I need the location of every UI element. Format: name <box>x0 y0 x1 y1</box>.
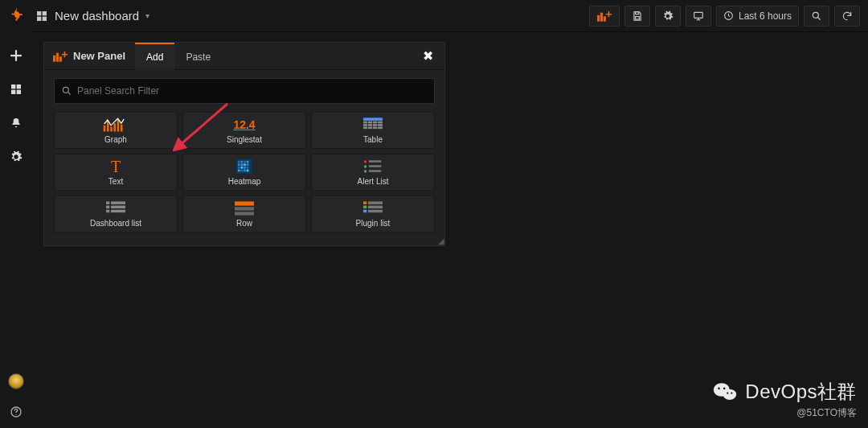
svg-line-31 <box>68 93 71 95</box>
timerange-label: Last 6 hours <box>739 10 792 22</box>
gear-icon[interactable] <box>9 150 23 164</box>
panel-alertlist[interactable]: Alert List <box>311 154 435 191</box>
add-panel-header: New Panel Add Paste ✖ <box>44 43 444 70</box>
svg-rect-17 <box>636 11 639 14</box>
svg-rect-81 <box>235 207 254 210</box>
svg-rect-76 <box>106 206 109 208</box>
plus-icon[interactable] <box>9 48 23 63</box>
svg-rect-86 <box>368 206 383 208</box>
save-icon <box>632 10 643 22</box>
panel-text-label: Text <box>108 177 123 186</box>
panel-search-input[interactable] <box>77 85 428 97</box>
svg-point-68 <box>364 160 366 163</box>
svg-rect-35 <box>113 123 116 131</box>
svg-rect-33 <box>107 121 109 132</box>
caret-down-icon: ▾ <box>145 11 149 20</box>
cycle-view-button[interactable] <box>686 6 711 27</box>
refresh-icon <box>841 10 853 22</box>
svg-rect-58 <box>244 163 246 166</box>
svg-rect-57 <box>241 163 244 166</box>
svg-rect-85 <box>363 206 366 208</box>
svg-rect-27 <box>59 56 61 60</box>
panel-row[interactable]: Row <box>182 195 306 233</box>
topbar: New dashboard ▾ <box>32 0 868 32</box>
panel-table[interactable]: Table <box>311 112 435 149</box>
svg-rect-43 <box>363 124 367 126</box>
svg-rect-8 <box>37 11 41 15</box>
save-button[interactable] <box>624 6 650 27</box>
svg-rect-82 <box>235 212 254 215</box>
search-icon <box>61 85 72 97</box>
svg-line-24 <box>818 17 821 19</box>
svg-rect-25 <box>53 56 55 61</box>
svg-rect-10 <box>37 16 41 20</box>
svg-rect-48 <box>368 127 372 130</box>
panel-singlestat[interactable]: 12.4 Singlestat <box>182 112 306 149</box>
svg-rect-88 <box>368 210 383 212</box>
svg-rect-26 <box>56 53 58 61</box>
add-panel-box: New Panel Add Paste ✖ <box>43 42 445 246</box>
svg-rect-65 <box>241 170 244 172</box>
svg-rect-5 <box>17 90 21 94</box>
panel-text[interactable]: T Text <box>54 154 178 191</box>
watermark-subtitle: @51CTO博客 <box>796 406 857 420</box>
panel-pluginlist-label: Plugin list <box>356 219 391 228</box>
dashboards-icon[interactable] <box>9 82 23 97</box>
dashboard-title-dropdown[interactable]: New dashboard ▾ <box>35 9 149 23</box>
panel-graph[interactable]: Graph <box>54 112 178 149</box>
tab-paste[interactable]: Paste <box>174 43 222 70</box>
svg-point-95 <box>731 393 733 394</box>
svg-rect-75 <box>111 201 125 204</box>
zoom-out-button[interactable] <box>804 6 829 27</box>
alerts-icon[interactable] <box>9 116 23 130</box>
tab-add[interactable]: Add <box>135 43 174 70</box>
clock-icon <box>723 10 734 21</box>
panel-singlestat-label: Singlestat <box>227 135 262 144</box>
grafana-logo-icon[interactable] <box>6 5 27 26</box>
graph-icon <box>102 117 129 133</box>
svg-rect-80 <box>235 201 254 205</box>
resize-handle[interactable]: ◢ <box>438 239 443 244</box>
svg-rect-32 <box>104 126 106 132</box>
svg-rect-67 <box>247 170 249 172</box>
panel-table-label: Table <box>363 135 383 144</box>
svg-rect-69 <box>369 160 381 163</box>
panel-graph-label: Graph <box>104 135 127 144</box>
add-panel-button[interactable] <box>589 6 620 27</box>
svg-rect-38 <box>363 117 383 120</box>
svg-rect-83 <box>363 201 366 204</box>
monitor-icon <box>693 10 704 22</box>
refresh-button[interactable] <box>834 6 860 27</box>
user-avatar[interactable] <box>8 373 24 389</box>
panel-heatmap[interactable]: Heatmap <box>182 154 306 191</box>
svg-rect-79 <box>111 210 125 212</box>
svg-rect-34 <box>110 127 113 132</box>
help-icon[interactable] <box>10 405 23 418</box>
new-panel-label: New Panel <box>44 43 135 69</box>
svg-point-94 <box>727 393 729 394</box>
svg-point-72 <box>364 170 366 172</box>
panel-dashboardlist[interactable]: Dashboard list <box>54 195 178 233</box>
svg-point-92 <box>718 388 720 390</box>
svg-rect-19 <box>694 12 703 18</box>
svg-rect-59 <box>247 163 249 166</box>
sidebar-bottom <box>8 373 24 428</box>
svg-rect-74 <box>106 201 109 204</box>
dashboard-list-icon <box>106 200 125 216</box>
svg-rect-18 <box>636 16 640 19</box>
timerange-button[interactable]: Last 6 hours <box>716 6 799 27</box>
svg-point-23 <box>813 12 818 18</box>
panel-search[interactable] <box>54 78 435 104</box>
svg-rect-50 <box>378 127 383 130</box>
settings-button[interactable] <box>655 6 681 27</box>
svg-rect-61 <box>241 167 244 169</box>
new-panel-text: New Panel <box>73 50 125 62</box>
panel-pluginlist[interactable]: Plugin list <box>311 195 435 233</box>
dashboard-title-text: New dashboard <box>55 9 139 23</box>
close-button[interactable]: ✖ <box>411 43 444 70</box>
svg-rect-41 <box>373 121 377 124</box>
sidebar-nav <box>9 48 23 164</box>
row-icon <box>235 200 254 216</box>
svg-rect-53 <box>241 161 244 163</box>
svg-rect-14 <box>604 16 605 20</box>
